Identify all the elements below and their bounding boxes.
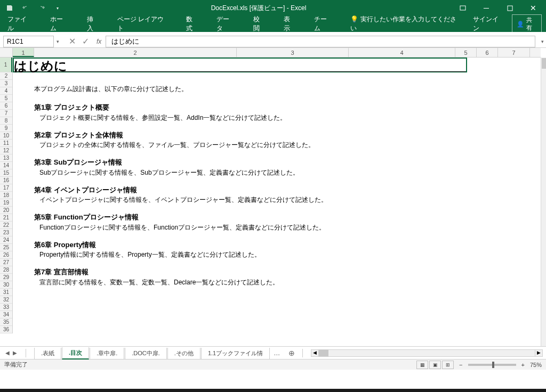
hscroll-right-icon[interactable]: ▶ <box>535 350 542 356</box>
row-header[interactable]: 33 <box>0 304 12 311</box>
zoom-in-icon[interactable]: + <box>521 362 525 368</box>
sheet-tab[interactable]: 1.1ブックファイル情 <box>201 348 270 360</box>
row-header[interactable]: 17 <box>0 184 12 192</box>
tab-view[interactable]: 表示 <box>280 13 299 35</box>
save-icon[interactable] <box>2 2 17 14</box>
col-header[interactable]: 5 <box>455 48 477 57</box>
col-header[interactable]: 2 <box>34 48 237 57</box>
row-header[interactable]: 8 <box>0 117 12 125</box>
view-pagebreak-icon[interactable]: ⊞ <box>442 361 454 369</box>
chapter: 第6章 Property情報Property情報に関する情報を、Property… <box>34 240 327 260</box>
row-header[interactable]: 34 <box>0 311 12 318</box>
tab-insert[interactable]: 挿入 <box>84 13 102 35</box>
row-header[interactable]: 12 <box>0 147 12 154</box>
vscroll-thumb[interactable] <box>542 58 546 69</box>
row-header[interactable]: 35 <box>0 318 12 326</box>
row-header[interactable]: 24 <box>0 236 12 244</box>
share-button[interactable]: 👤共有 <box>512 14 542 34</box>
row-header[interactable]: 30 <box>0 281 12 289</box>
row-header[interactable]: 22 <box>0 222 12 229</box>
row-header[interactable]: 29 <box>0 274 12 281</box>
row-header[interactable]: 13 <box>0 154 12 162</box>
row-header[interactable]: 32 <box>0 296 12 304</box>
close-button[interactable]: ✕ <box>523 2 544 14</box>
share-label: 共有 <box>526 16 537 32</box>
namebox-dropdown-icon[interactable]: ▾ <box>54 39 61 44</box>
col-header[interactable]: 1 <box>13 48 34 57</box>
tab-more-icon[interactable]: … <box>270 349 283 357</box>
row-header[interactable]: 3 <box>0 80 12 87</box>
sheet-tab[interactable]: .DOC中扉. <box>125 348 167 360</box>
maximize-button[interactable] <box>499 2 520 14</box>
hscroll-thumb[interactable] <box>319 350 328 356</box>
row-header[interactable]: 14 <box>0 162 12 169</box>
col-header[interactable]: 6 <box>477 48 498 57</box>
enter-icon[interactable]: ✓ <box>82 36 89 46</box>
tab-next-icon[interactable]: ▶ <box>13 350 17 356</box>
hscroll-left-icon[interactable]: ◀ <box>311 350 319 356</box>
row-header[interactable]: 36 <box>0 326 12 333</box>
row-header[interactable]: 11 <box>0 140 12 147</box>
cell-title[interactable]: はじめに <box>13 58 467 72</box>
row-header[interactable]: 4 <box>0 87 12 95</box>
view-normal-icon[interactable]: ▦ <box>416 361 428 369</box>
row-header[interactable]: 27 <box>0 259 12 266</box>
row-header[interactable]: 16 <box>0 177 12 184</box>
zoom-thumb[interactable] <box>492 362 494 368</box>
row-header[interactable]: 15 <box>0 169 12 177</box>
row-header[interactable]: 21 <box>0 214 12 222</box>
tab-data[interactable]: データ <box>213 13 238 35</box>
horizontal-scrollbar[interactable]: ◀ ▶ <box>311 349 543 357</box>
qat-customize-icon[interactable]: ▾ <box>50 2 65 14</box>
col-header[interactable]: 3 <box>237 48 349 57</box>
tab-formulas[interactable]: 数式 <box>183 13 202 35</box>
tab-team[interactable]: チーム <box>311 13 336 35</box>
cancel-icon[interactable]: ✕ <box>69 36 76 46</box>
view-pagelayout-icon[interactable]: ▣ <box>429 361 441 369</box>
row-header[interactable]: 23 <box>0 229 12 236</box>
tab-review[interactable]: 校閲 <box>250 13 269 35</box>
zoom-out-icon[interactable]: − <box>459 362 462 368</box>
tab-prev-icon[interactable]: ◀ <box>5 350 10 356</box>
row-header[interactable]: 31 <box>0 289 12 296</box>
tellme[interactable]: 💡 実行したい作業を入力してください <box>347 13 461 35</box>
tab-file[interactable]: ファイル <box>4 13 35 35</box>
sheet-tab[interactable]: .その他 <box>167 348 200 360</box>
signin-link[interactable]: サインイン <box>473 15 503 33</box>
vertical-scrollbar[interactable] <box>541 58 546 346</box>
undo-icon[interactable] <box>18 2 33 14</box>
row-header[interactable]: 19 <box>0 199 12 207</box>
sheet-tab[interactable]: .表紙 <box>34 348 61 360</box>
row-header[interactable]: 20 <box>0 207 12 214</box>
row-header[interactable]: 10 <box>0 132 12 140</box>
tab-add-icon[interactable]: ⊕ <box>283 349 300 357</box>
row-header[interactable]: 2 <box>0 72 12 80</box>
row-header[interactable]: 25 <box>0 244 12 251</box>
row-header[interactable]: 18 <box>0 192 12 199</box>
row-header[interactable]: 6 <box>0 102 12 110</box>
row-header[interactable]: 28 <box>0 266 12 274</box>
fx-icon[interactable]: fx <box>97 38 101 45</box>
zoom-slider[interactable] <box>468 364 516 366</box>
chapter-desc: Property情報に関する情報を、Property一覧、定義書などに分けて記述… <box>34 250 327 259</box>
col-header[interactable]: 7 <box>498 48 530 57</box>
cell-grid[interactable]: はじめに 本プログラム設計書は、以下の章に分けて記述した。 第1章 プロジェクト… <box>13 58 541 346</box>
formula-expand-icon[interactable]: ▾ <box>539 39 546 44</box>
row-header[interactable]: 1 <box>0 58 12 72</box>
row-header[interactable]: 9 <box>0 125 12 132</box>
sheet-tab[interactable]: .章中扉. <box>90 348 124 360</box>
formula-bar: R1C1 ▾ ✕ ✓ fx はじめに ▾ <box>0 35 546 48</box>
row-header[interactable]: 5 <box>0 95 12 102</box>
redo-icon[interactable] <box>34 2 49 14</box>
row-header[interactable]: 26 <box>0 251 12 259</box>
col-header[interactable]: 4 <box>349 48 455 57</box>
formula-input[interactable]: はじめに <box>106 36 535 47</box>
row-header[interactable]: 7 <box>0 110 12 117</box>
tab-pagelayout[interactable]: ページ レイアウト <box>114 13 171 35</box>
minimize-button[interactable]: ─ <box>476 2 497 14</box>
sheet-tab[interactable]: .目次 <box>62 347 89 360</box>
name-box[interactable]: R1C1 <box>3 36 54 47</box>
zoom-level[interactable]: 75% <box>530 362 542 368</box>
tab-home[interactable]: ホーム <box>47 13 72 35</box>
select-all-corner[interactable] <box>0 48 13 57</box>
